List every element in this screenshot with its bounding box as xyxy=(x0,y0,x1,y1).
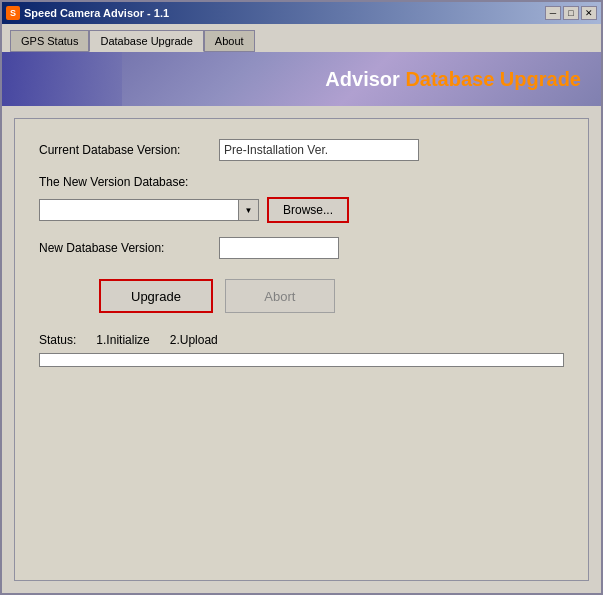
action-buttons: Upgrade Abort xyxy=(39,279,564,313)
status-label: Status: xyxy=(39,333,76,347)
main-window: S Speed Camera Advisor - 1.1 ─ □ ✕ GPS S… xyxy=(0,0,603,595)
maximize-button[interactable]: □ xyxy=(563,6,579,20)
dropdown-arrow-icon[interactable]: ▼ xyxy=(238,200,258,220)
current-version-label: Current Database Version: xyxy=(39,143,219,157)
tab-bar: GPS Status Database Upgrade About xyxy=(2,24,601,52)
new-version-db-label: The New Version Database: xyxy=(39,175,564,189)
tab-gps-status[interactable]: GPS Status xyxy=(10,30,89,52)
minimize-button[interactable]: ─ xyxy=(545,6,561,20)
status-step2: 2.Upload xyxy=(170,333,218,347)
header-title-white: Advisor xyxy=(325,68,405,90)
current-version-row: Current Database Version: xyxy=(39,139,564,161)
file-path-input[interactable] xyxy=(40,200,238,220)
new-version-input[interactable] xyxy=(219,237,339,259)
close-button[interactable]: ✕ xyxy=(581,6,597,20)
tab-database-upgrade[interactable]: Database Upgrade xyxy=(89,30,203,52)
main-content: Current Database Version: The New Versio… xyxy=(2,106,601,593)
window-title: Speed Camera Advisor - 1.1 xyxy=(24,7,169,19)
new-version-label: New Database Version: xyxy=(39,241,219,255)
header-title: Advisor Database Upgrade xyxy=(325,68,581,91)
new-version-row: New Database Version: xyxy=(39,237,564,259)
title-bar: S Speed Camera Advisor - 1.1 ─ □ ✕ xyxy=(2,2,601,24)
content-panel: Current Database Version: The New Versio… xyxy=(14,118,589,581)
title-controls: ─ □ ✕ xyxy=(545,6,597,20)
status-step1: 1.Initialize xyxy=(96,333,149,347)
tab-about[interactable]: About xyxy=(204,30,255,52)
current-version-input xyxy=(219,139,419,161)
status-row: Status: 1.Initialize 2.Upload xyxy=(39,333,564,347)
title-bar-text: S Speed Camera Advisor - 1.1 xyxy=(6,6,169,20)
file-dropdown[interactable]: ▼ xyxy=(39,199,259,221)
progress-bar-container xyxy=(39,353,564,367)
abort-button[interactable]: Abort xyxy=(225,279,335,313)
header-title-orange: Database Upgrade xyxy=(405,68,581,90)
app-icon: S xyxy=(6,6,20,20)
status-section: Status: 1.Initialize 2.Upload xyxy=(39,333,564,367)
browse-row: ▼ Browse... xyxy=(39,197,564,223)
header-banner: Advisor Database Upgrade xyxy=(2,52,601,106)
browse-button[interactable]: Browse... xyxy=(267,197,349,223)
upgrade-button[interactable]: Upgrade xyxy=(99,279,213,313)
